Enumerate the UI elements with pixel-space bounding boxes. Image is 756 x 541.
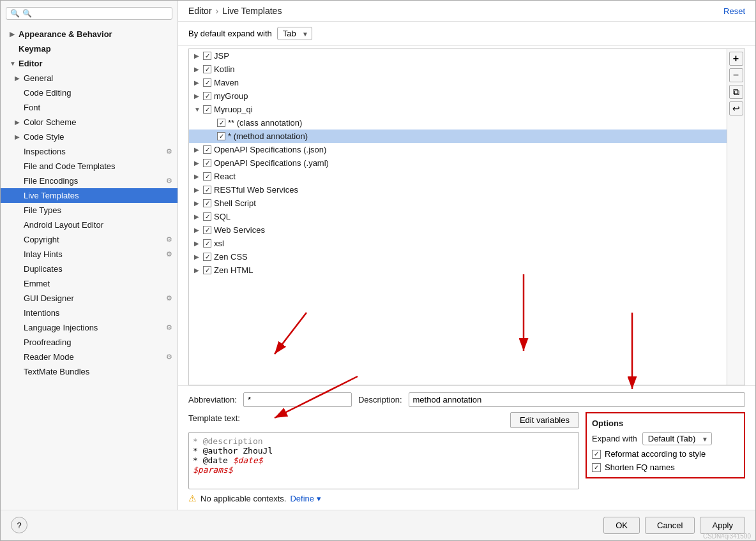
sidebar-item-intentions[interactable]: Intentions — [1, 306, 178, 320]
checkbox-openapi-json[interactable] — [203, 145, 211, 154]
template-group-shell[interactable]: ▶ Shell Script — [189, 196, 727, 210]
template-group-jsp[interactable]: ▶ JSP — [189, 49, 727, 63]
sidebar-item-copyright[interactable]: Copyright ⚙ — [1, 232, 178, 247]
checkbox-jsp[interactable] — [203, 52, 211, 60]
template-group-zen-css[interactable]: ▶ Zen CSS — [189, 250, 727, 263]
sidebar-item-code-editing[interactable]: Code Editing — [1, 85, 178, 100]
options-expand-with-dropdown[interactable]: Default (Tab) ▼ — [642, 432, 712, 445]
settings-dialog: 🔍 ▶ Appearance & Behavior Keymap ▼ Edito… — [0, 0, 756, 541]
group-label: Myruop_qi — [214, 105, 253, 114]
group-label: RESTful Web Services — [214, 185, 298, 195]
options-expand-with-select[interactable]: Default (Tab) — [642, 432, 712, 445]
desc-input[interactable] — [409, 392, 745, 407]
reformat-checkbox-row[interactable]: Reformat according to style — [592, 449, 739, 459]
sidebar-item-textmate-bundles[interactable]: TextMate Bundles — [1, 364, 178, 379]
sidebar-item-file-types[interactable]: File Types — [1, 203, 178, 218]
template-group-react[interactable]: ▶ React — [189, 170, 727, 183]
no-context-text: No applicable contexts. — [200, 494, 286, 503]
define-link[interactable]: Define ▾ — [290, 494, 321, 503]
sidebar-item-gui-designer[interactable]: GUI Designer ⚙ — [1, 291, 178, 306]
template-group-xsl[interactable]: ▶ xsl — [189, 237, 727, 250]
sidebar-item-android-layout-editor[interactable]: Android Layout Editor — [1, 218, 178, 232]
remove-template-button[interactable]: − — [729, 68, 743, 82]
reset-button[interactable]: Reset — [723, 6, 745, 16]
expand-with-dropdown-wrapper[interactable]: Tab ▼ — [277, 27, 312, 40]
template-item-class-annotation[interactable]: ** (class annotation) — [189, 116, 727, 130]
sidebar-item-general[interactable]: ▶ General — [1, 71, 178, 85]
template-group-kotlin[interactable]: ▶ Kotlin — [189, 63, 727, 76]
sidebar-item-editor[interactable]: ▼ Editor — [1, 56, 178, 71]
ok-button[interactable]: OK — [603, 517, 640, 534]
sidebar-item-reader-mode[interactable]: Reader Mode ⚙ — [1, 350, 178, 364]
sidebar-item-emmet[interactable]: Emmet — [1, 276, 178, 291]
checkbox-react[interactable] — [203, 172, 211, 181]
sidebar-item-code-style[interactable]: ▶ Code Style — [1, 130, 178, 144]
checkbox-kotlin[interactable] — [203, 65, 211, 73]
template-group-sql[interactable]: ▶ SQL — [189, 210, 727, 223]
sidebar-item-inspections[interactable]: Inspections ⚙ — [1, 144, 178, 159]
sidebar-item-font[interactable]: Font — [1, 100, 178, 115]
shorten-checkbox[interactable] — [592, 463, 601, 472]
sidebar-item-label: File Encodings — [24, 176, 78, 186]
sidebar-item-proofreading[interactable]: Proofreading — [1, 335, 178, 350]
search-input[interactable] — [22, 9, 168, 18]
template-item-method-annotation[interactable]: * (method annotation) — [189, 130, 727, 143]
expand-icon: ▶ — [194, 93, 200, 100]
expand-with-select[interactable]: Tab — [277, 27, 312, 40]
sidebar-item-label: Intentions — [24, 308, 59, 318]
checkbox-restful[interactable] — [203, 186, 211, 194]
checkbox-xsl[interactable] — [203, 239, 211, 248]
template-group-openapi-json[interactable]: ▶ OpenAPI Specifications (.json) — [189, 143, 727, 156]
template-group-webservices[interactable]: ▶ Web Services — [189, 223, 727, 237]
sidebar-item-color-scheme[interactable]: ▶ Color Scheme — [1, 115, 178, 130]
checkbox-method-annotation[interactable] — [217, 132, 225, 140]
checkbox-myruop[interactable] — [203, 105, 211, 114]
checkbox-shell[interactable] — [203, 199, 211, 207]
sidebar-item-file-code-templates[interactable]: File and Code Templates — [1, 159, 178, 174]
add-template-button[interactable]: + — [729, 52, 743, 66]
abbr-input[interactable] — [243, 392, 352, 407]
checkbox-webservices[interactable] — [203, 226, 211, 234]
reformat-checkbox[interactable] — [592, 450, 601, 459]
group-label: React — [214, 172, 236, 181]
checkbox-openapi-yaml[interactable] — [203, 159, 211, 167]
settings-icon: ⚙ — [166, 250, 172, 258]
sidebar-item-label: File Types — [24, 205, 61, 215]
search-box[interactable]: 🔍 — [6, 7, 172, 20]
expand-icon: ▶ — [15, 75, 21, 82]
group-label: xsl — [214, 239, 224, 248]
sidebar-item-appearance[interactable]: ▶ Appearance & Behavior — [1, 27, 178, 41]
options-panel: Options Expand with Default (Tab) ▼ — [586, 412, 745, 478]
template-group-openapi-yaml[interactable]: ▶ OpenAPI Specifications (.yaml) — [189, 156, 727, 170]
sidebar-item-language-injections[interactable]: Language Injections ⚙ — [1, 320, 178, 335]
checkbox-class-annotation[interactable] — [217, 119, 225, 127]
copy-template-button[interactable]: ⧉ — [729, 85, 743, 99]
settings-icon: ⚙ — [166, 177, 172, 185]
expand-icon: ▶ — [194, 52, 200, 59]
sidebar-item-keymap[interactable]: Keymap — [1, 41, 178, 56]
sidebar-item-label: General — [24, 73, 53, 83]
help-button[interactable]: ? — [11, 517, 27, 533]
cancel-button[interactable]: Cancel — [645, 517, 695, 534]
checkbox-maven[interactable] — [203, 78, 211, 87]
template-group-maven[interactable]: ▶ Maven — [189, 76, 727, 89]
apply-button[interactable]: Apply — [700, 517, 745, 534]
code-editor[interactable]: * @description * @author ZhouJl * @date … — [188, 432, 579, 489]
checkbox-zen-css[interactable] — [203, 253, 211, 261]
edit-variables-button[interactable]: Edit variables — [510, 412, 579, 428]
sidebar-item-file-encodings[interactable]: File Encodings ⚙ — [1, 174, 178, 188]
template-group-mygroup[interactable]: ▶ myGroup — [189, 89, 727, 103]
restore-template-button[interactable]: ↩ — [729, 101, 743, 115]
checkbox-mygroup[interactable] — [203, 92, 211, 100]
checkbox-sql[interactable] — [203, 212, 211, 221]
template-group-zen-html[interactable]: ▶ Zen HTML — [189, 263, 727, 277]
breadcrumb-sep: › — [216, 6, 219, 16]
sidebar-item-live-templates[interactable]: Live Templates — [1, 188, 178, 203]
sidebar-item-duplicates[interactable]: Duplicates — [1, 262, 178, 276]
template-group-restful[interactable]: ▶ RESTful Web Services — [189, 183, 727, 196]
sidebar-item-inlay-hints[interactable]: Inlay Hints ⚙ — [1, 247, 178, 262]
checkbox-zen-html[interactable] — [203, 266, 211, 274]
settings-icon: ⚙ — [166, 147, 172, 156]
template-group-myruop[interactable]: ▼ Myruop_qi — [189, 103, 727, 116]
shorten-checkbox-row[interactable]: Shorten FQ names — [592, 463, 739, 472]
